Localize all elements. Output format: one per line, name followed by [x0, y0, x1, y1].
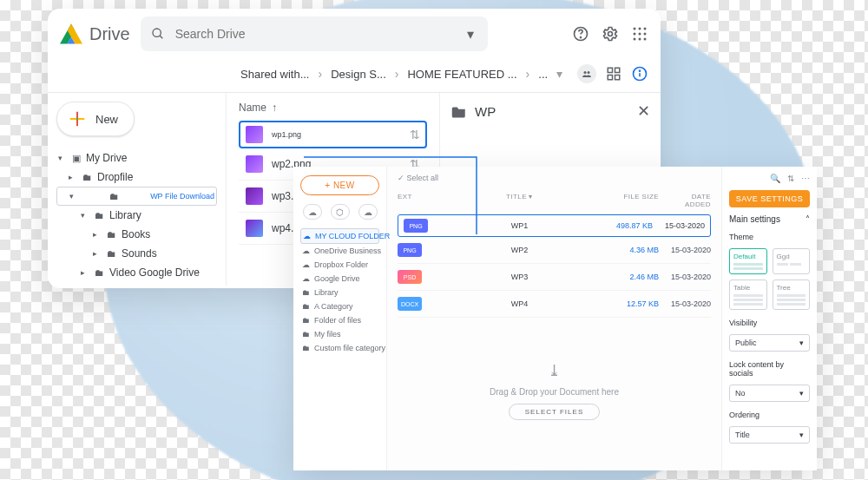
wpfd-tree-myfiles[interactable]: 🖿My files	[300, 327, 379, 341]
wpfd-tree-folder[interactable]: 🖿Folder of files	[300, 313, 379, 327]
column-header-name[interactable]: Name↑	[239, 102, 427, 114]
visibility-select[interactable]: Public▾	[729, 334, 810, 352]
download-icon: ⤓	[548, 361, 561, 380]
tree-item-video[interactable]: ▸🖿Video Google Drive	[56, 263, 217, 282]
file-thumb-icon	[246, 126, 263, 143]
info-icon[interactable]	[631, 65, 648, 82]
col-ext[interactable]: EXT	[398, 193, 432, 208]
help-icon[interactable]	[572, 25, 589, 43]
search-dropdown-icon[interactable]: ▾	[462, 25, 479, 43]
close-icon[interactable]: ✕	[637, 102, 650, 121]
tree-item-sounds[interactable]: ▸🖿Sounds	[56, 244, 217, 263]
table-header: EXT TITLE ▾ FILE SIZE DATE ADDED	[398, 187, 711, 214]
ext-badge: PNG	[404, 219, 428, 233]
drop-zone[interactable]: ⤓ Drag & Drop your Document here SELECT …	[398, 318, 711, 464]
wpfd-tree-dropbox[interactable]: ☁Dropbox Folder	[300, 258, 379, 272]
wpfd-tree-gdrive[interactable]: ☁Google Drive	[300, 272, 379, 286]
breadcrumb-0[interactable]: Shared with...	[239, 66, 312, 82]
file-thumb-icon	[246, 220, 263, 237]
visibility-label: Visibility	[729, 319, 810, 327]
new-button[interactable]: New	[56, 102, 135, 136]
filter-icon[interactable]: ⇅	[787, 174, 794, 183]
svg-point-6	[644, 28, 647, 30]
folder-icon: 🖿	[302, 344, 310, 352]
svg-point-10	[634, 38, 636, 41]
lock-select[interactable]: No▾	[729, 385, 810, 402]
tree-item-dropfile[interactable]: ▸🖿Dropfile	[56, 168, 217, 187]
theme-default[interactable]: Default	[729, 248, 767, 274]
select-files-button[interactable]: SELECT FILES	[509, 404, 600, 420]
search-icon	[149, 25, 167, 43]
svg-point-7	[634, 33, 636, 36]
breadcrumb-3[interactable]: ...	[536, 66, 549, 82]
save-settings-button[interactable]: SAVE SETTINGS	[729, 190, 810, 207]
ordering-select[interactable]: Title▾	[729, 426, 810, 444]
svg-point-12	[644, 38, 647, 41]
svg-point-0	[153, 29, 161, 36]
svg-point-5	[639, 28, 641, 30]
sort-asc-icon: ↑	[272, 102, 277, 114]
drive-sidebar: New ▾▣My Drive ▸🖿Dropfile ▾🖿WP File Down…	[48, 93, 227, 286]
svg-point-8	[639, 33, 641, 36]
cloud-gdrive-icon[interactable]: ☁	[358, 204, 378, 220]
wpfd-tree-onedrive[interactable]: ☁OneDrive Business	[300, 244, 379, 258]
grid-view-icon[interactable]	[605, 65, 622, 82]
cloud-onedrive-icon[interactable]: ☁	[303, 204, 322, 220]
folder-icon: 🖿	[302, 330, 310, 339]
breadcrumb-2[interactable]: HOME FEATURED ...	[405, 66, 518, 82]
wpfd-sidebar: + NEW ☁ ⬡ ☁ ☁MY CLOUD FOLDER ☁OneDrive B…	[293, 167, 387, 470]
chevron-down-icon: ▾	[799, 389, 804, 398]
search-icon[interactable]: 🔍	[770, 174, 780, 183]
svg-point-3	[608, 32, 613, 36]
select-all-checkbox[interactable]: ✓ Select all	[398, 174, 438, 182]
ext-badge: PNG	[398, 243, 422, 257]
folder-icon: 🖿	[109, 191, 119, 201]
svg-point-14	[588, 71, 590, 74]
folder-icon: 🖿	[82, 172, 92, 182]
svg-rect-18	[615, 76, 620, 80]
cloud-icon: ☁	[302, 247, 310, 255]
table-row[interactable]: DOCXWP412.57 KB15-03-2020	[398, 291, 711, 318]
table-row[interactable]: PNGWP1498.87 KB15-03-2020	[398, 214, 711, 237]
ext-badge: PSD	[398, 270, 422, 284]
wpfd-tree-acat[interactable]: 🖿A Category	[300, 299, 379, 313]
more-icon[interactable]: ⋯	[801, 174, 810, 183]
shared-icon: ⇅	[410, 128, 420, 141]
tree-item-books[interactable]: ▸🖿Books	[56, 225, 217, 244]
wpfd-new-button[interactable]: + NEW	[300, 175, 379, 195]
gear-icon[interactable]	[602, 25, 619, 43]
share-icon[interactable]	[577, 64, 596, 83]
table-row[interactable]: PNGWP24.36 MB15-03-2020	[398, 237, 711, 264]
table-row[interactable]: PSDWP32.46 MB15-03-2020	[398, 264, 711, 291]
section-main-settings[interactable]: Main settings˄	[729, 214, 810, 224]
svg-point-13	[584, 71, 587, 74]
col-date[interactable]: DATE ADDED	[659, 193, 711, 208]
wpfd-tree-custom[interactable]: 🖿Custom file category	[300, 341, 379, 355]
wpfd-tree-cloud[interactable]: ☁MY CLOUD FOLDER	[300, 228, 379, 244]
svg-rect-16	[615, 68, 620, 72]
tree-item-library[interactable]: ▾🖿Library	[56, 206, 217, 225]
drive-logo[interactable]: Drive	[60, 23, 130, 44]
theme-table[interactable]: Table	[729, 279, 767, 310]
theme-tree[interactable]: Tree	[773, 279, 811, 310]
tree-root[interactable]: ▾▣My Drive	[56, 148, 217, 168]
svg-point-20	[640, 70, 641, 71]
col-title[interactable]: TITLE ▾	[432, 193, 607, 208]
theme-label: Theme	[729, 233, 810, 241]
apps-grid-icon[interactable]	[631, 25, 648, 43]
chevron-up-icon: ˄	[806, 214, 810, 224]
cloud-icon: ☁	[303, 232, 311, 240]
breadcrumb-1[interactable]: Design S...	[329, 66, 388, 82]
search-input[interactable]	[175, 27, 453, 41]
drive-header: Drive ▾	[48, 9, 661, 59]
file-row-wp1[interactable]: wp1.png⇅	[239, 121, 427, 148]
drive-search[interactable]: ▾	[141, 16, 488, 51]
theme-ggd[interactable]: Ggd	[773, 248, 811, 274]
wpfd-tree-library[interactable]: 🖿Library	[300, 286, 379, 299]
tree-item-wpfiledownload[interactable]: ▾🖿WP File Download	[56, 187, 217, 206]
folder-icon: 🖿	[95, 267, 104, 278]
col-size[interactable]: FILE SIZE	[607, 193, 659, 208]
drive-icon: ▣	[72, 153, 81, 164]
file-thumb-icon	[246, 187, 263, 205]
cloud-dropbox-icon[interactable]: ⬡	[331, 204, 350, 220]
